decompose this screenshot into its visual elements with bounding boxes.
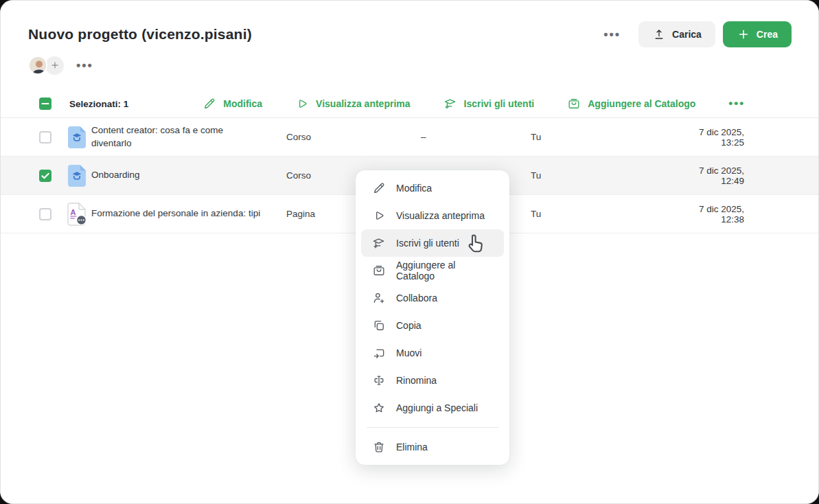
pencil-icon bbox=[203, 97, 216, 111]
menu-item-rinomina[interactable]: Rinomina bbox=[361, 367, 504, 394]
menu-item-muovi[interactable]: Muovi bbox=[361, 339, 504, 367]
toolbar-action-modifica[interactable]: Modifica bbox=[203, 97, 262, 111]
menu-item-modifica[interactable]: Modifica bbox=[361, 174, 504, 202]
trash-icon bbox=[372, 440, 386, 454]
upload-icon bbox=[652, 27, 666, 41]
create-button[interactable]: Crea bbox=[723, 21, 792, 47]
plus-icon bbox=[50, 60, 60, 70]
add-person-button[interactable] bbox=[45, 56, 64, 75]
star-icon bbox=[372, 401, 386, 415]
play-icon bbox=[295, 97, 309, 111]
enroll-users-icon bbox=[443, 97, 457, 111]
move-icon bbox=[372, 346, 386, 360]
menu-item-collabora[interactable]: Collabora bbox=[361, 284, 504, 312]
user-avatar[interactable] bbox=[28, 56, 47, 75]
toolbar-action-visualizza-anteprima[interactable]: Visualizza anteprima bbox=[295, 97, 410, 111]
minus-icon bbox=[39, 98, 51, 110]
course-icon bbox=[67, 164, 87, 187]
menu-item-visualizza-anteprima[interactable]: Visualizza anteprima bbox=[361, 202, 504, 229]
enroll-users-icon bbox=[372, 236, 386, 250]
page-icon: A bbox=[67, 203, 87, 226]
header-more-button[interactable]: ••• bbox=[603, 28, 621, 41]
table-row[interactable]: Content creator: cosa fa e come diventar… bbox=[1, 118, 818, 157]
pencil-icon bbox=[372, 181, 386, 195]
selected-count-label: Selezionati: 1 bbox=[69, 99, 128, 109]
page-title: Nuovo progetto (vicenzo.pisani) bbox=[28, 26, 252, 43]
toolbar-more-button[interactable]: ••• bbox=[728, 97, 745, 111]
catalog-icon bbox=[567, 97, 581, 111]
header: Nuovo progetto (vicenzo.pisani) ••• Cari… bbox=[1, 1, 818, 47]
row-checkbox[interactable] bbox=[39, 131, 51, 144]
context-menu: Modifica Visualizza anteprima Iscrivi gl… bbox=[356, 170, 509, 465]
app-window: Nuovo progetto (vicenzo.pisani) ••• Cari… bbox=[0, 0, 819, 504]
hand-cursor-icon bbox=[463, 231, 487, 256]
row-checkbox[interactable] bbox=[39, 170, 51, 182]
copy-icon bbox=[372, 319, 386, 332]
people-more-button[interactable]: ••• bbox=[76, 59, 93, 71]
rename-icon bbox=[372, 374, 386, 387]
check-icon bbox=[39, 170, 51, 182]
menu-item-elimina[interactable]: Elimina bbox=[361, 433, 504, 461]
menu-item-copia[interactable]: Copia bbox=[361, 312, 504, 339]
menu-item-aggiungi-a-speciali[interactable]: Aggiungi a Speciali bbox=[361, 394, 504, 422]
people-bar: ••• bbox=[1, 47, 818, 75]
play-icon bbox=[372, 209, 386, 222]
course-icon bbox=[67, 126, 87, 149]
catalog-icon bbox=[372, 264, 386, 277]
svg-text:A: A bbox=[71, 207, 76, 216]
selection-toolbar: Selezionati: 1 Modifica Visualizza antep… bbox=[1, 90, 818, 118]
row-checkbox[interactable] bbox=[39, 208, 51, 220]
plus-icon bbox=[737, 27, 750, 41]
collaborate-icon bbox=[372, 291, 386, 305]
upload-button[interactable]: Carica bbox=[638, 21, 715, 47]
menu-item-aggiungere-al-catalogo[interactable]: Aggiungere al Catalogo bbox=[361, 257, 504, 284]
select-all-checkbox[interactable] bbox=[39, 98, 51, 110]
toolbar-action-iscrivi-gli-utenti[interactable]: Iscrivi gli utenti bbox=[443, 97, 535, 111]
menu-divider bbox=[367, 427, 498, 428]
toolbar-action-aggiungere-al-catalogo[interactable]: Aggiungere al Catalogo bbox=[567, 97, 695, 111]
